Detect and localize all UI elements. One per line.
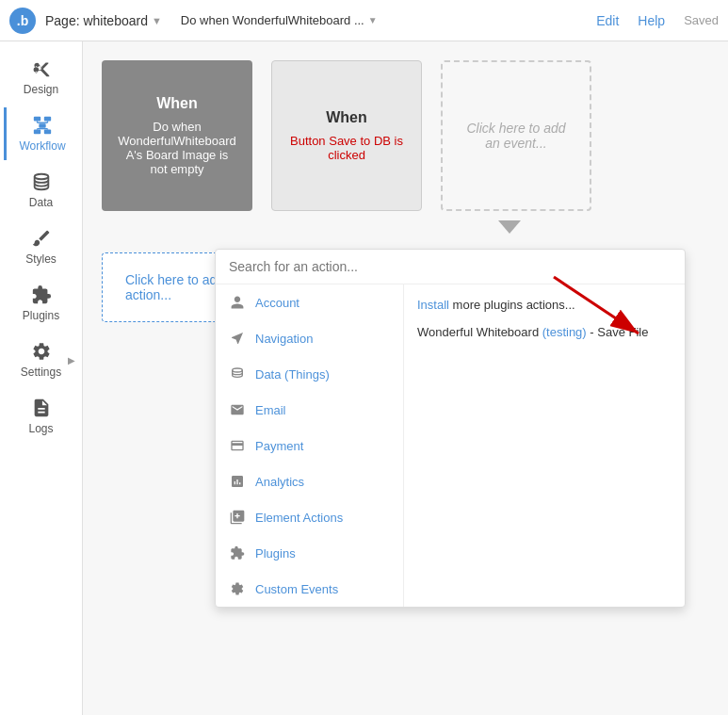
- logo[interactable]: .b: [9, 8, 36, 34]
- sidebar-item-workflow[interactable]: Workflow: [4, 107, 79, 160]
- sidebar-item-logs[interactable]: Logs: [4, 390, 79, 443]
- install-plugins-link[interactable]: Install more plugins actions...: [417, 298, 671, 312]
- category-analytics-label: Analytics: [255, 475, 304, 489]
- category-plugins-label: Plugins: [255, 546, 296, 561]
- category-email[interactable]: Email: [216, 392, 403, 428]
- person-icon: [229, 294, 246, 311]
- sidebar-settings-label: Settings: [21, 366, 61, 379]
- brush-icon: [31, 228, 52, 249]
- topbar-actions: Edit Help Saved: [596, 13, 719, 28]
- workflow-icon: [32, 115, 53, 136]
- svg-rect-0: [34, 117, 40, 122]
- workflow-card-2[interactable]: When Button Save to DB is clicked: [271, 60, 422, 211]
- category-navigation[interactable]: Navigation: [216, 320, 403, 356]
- sidebar-workflow-label: Workflow: [19, 139, 65, 153]
- sidebar-styles-label: Styles: [25, 252, 57, 266]
- svg-rect-4: [44, 130, 51, 135]
- install-label-install: Install: [417, 298, 449, 312]
- dropdown-body: Account Navigation Data (Things): [216, 284, 685, 607]
- option-highlight: (testing): [542, 325, 587, 339]
- install-label-rest: more plugins actions...: [453, 298, 575, 312]
- sidebar-item-settings[interactable]: Settings ▶: [4, 333, 79, 386]
- db-icon: [229, 366, 246, 382]
- element-icon: [229, 509, 246, 526]
- topbar: .b Page: whiteboard ▼ Do when WonderfulW…: [0, 0, 728, 41]
- gear-icon: [31, 341, 52, 362]
- svg-point-13: [34, 174, 48, 180]
- page-label: Page: whiteboard: [45, 13, 148, 28]
- category-payment[interactable]: Payment: [216, 428, 403, 463]
- category-data-label: Data (Things): [255, 367, 330, 382]
- scissors-icon: [31, 58, 52, 79]
- svg-rect-2: [39, 123, 45, 128]
- edit-link[interactable]: Edit: [596, 13, 619, 28]
- category-navigation-label: Navigation: [255, 332, 313, 346]
- svg-rect-3: [34, 130, 40, 135]
- workflow-selector[interactable]: Do when WonderfulWhiteboard ... ▼: [181, 13, 378, 27]
- email-icon: [229, 401, 246, 418]
- card1-subtitle: Do when WonderfulWhiteboard A's Board Im…: [117, 120, 237, 176]
- action-options-panel: Install more plugins actions... Wonderfu…: [404, 284, 685, 607]
- category-plugins[interactable]: Plugins: [216, 535, 403, 571]
- card2-title: When: [326, 109, 367, 126]
- sidebar-item-design[interactable]: Design: [4, 51, 79, 104]
- category-account-label: Account: [255, 296, 299, 310]
- plugin-save-file-option[interactable]: Wonderful Whiteboard (testing) - Save Fi…: [417, 323, 671, 342]
- option-prefix: Wonderful Whiteboard: [417, 325, 542, 339]
- settings-submenu-arrow: ▶: [68, 355, 75, 366]
- card2-subtitle: Button Save to DB is clicked: [287, 134, 406, 162]
- content-area: When Do when WonderfulWhiteboard A's Boa…: [83, 41, 728, 715]
- category-analytics[interactable]: Analytics: [216, 463, 403, 499]
- connector-down: [83, 220, 728, 234]
- data-icon: [31, 171, 52, 192]
- analytics-icon: [229, 473, 246, 490]
- plugins-icon: [31, 284, 52, 305]
- category-element-actions-label: Element Actions: [255, 511, 343, 525]
- category-custom-events-label: Custom Events: [255, 582, 338, 596]
- sidebar-item-styles[interactable]: Styles: [4, 220, 79, 273]
- action-dropdown-panel: Account Navigation Data (Things): [215, 249, 686, 608]
- sidebar-plugins-label: Plugins: [23, 309, 59, 322]
- action-category-list: Account Navigation Data (Things): [216, 284, 404, 607]
- category-payment-label: Payment: [255, 439, 303, 453]
- category-email-label: Email: [255, 403, 286, 417]
- svg-point-14: [233, 368, 243, 372]
- sidebar: Design W: [0, 41, 83, 715]
- payment-icon: [229, 437, 246, 454]
- category-data[interactable]: Data (Things): [216, 356, 403, 392]
- workflow-card-1[interactable]: When Do when WonderfulWhiteboard A's Boa…: [102, 60, 252, 211]
- workflow-card-add-event[interactable]: Click here to add an event...: [441, 60, 591, 211]
- page-dropdown-arrow: ▼: [152, 15, 162, 26]
- plugins-list-icon: [229, 544, 246, 561]
- nav-icon: [229, 330, 246, 347]
- page-selector[interactable]: Page: whiteboard ▼: [45, 13, 162, 28]
- search-area: [216, 250, 685, 284]
- arrow-down-icon: [498, 220, 521, 234]
- logs-icon: [31, 398, 52, 418]
- category-account[interactable]: Account: [216, 284, 403, 320]
- add-event-placeholder: Click here to add an event...: [458, 121, 574, 151]
- custom-events-icon: [229, 580, 246, 597]
- workflow-dropdown-arrow: ▼: [368, 15, 378, 25]
- category-custom-events[interactable]: Custom Events: [216, 571, 403, 607]
- sidebar-design-label: Design: [24, 83, 58, 96]
- saved-status: Saved: [684, 13, 719, 27]
- workflow-canvas: When Do when WonderfulWhiteboard A's Boa…: [83, 41, 728, 230]
- svg-rect-1: [44, 117, 51, 122]
- sidebar-data-label: Data: [29, 196, 53, 209]
- card1-title: When: [156, 95, 198, 112]
- sidebar-item-data[interactable]: Data: [4, 164, 79, 217]
- sidebar-logs-label: Logs: [28, 422, 53, 435]
- category-element-actions[interactable]: Element Actions: [216, 499, 403, 535]
- main-layout: Design W: [0, 41, 728, 715]
- sidebar-item-plugins[interactable]: Plugins: [4, 277, 79, 330]
- help-link[interactable]: Help: [638, 13, 665, 28]
- option-suffix: - Save File: [587, 325, 649, 339]
- search-input[interactable]: [229, 259, 671, 274]
- workflow-selector-label: Do when WonderfulWhiteboard ...: [181, 13, 364, 27]
